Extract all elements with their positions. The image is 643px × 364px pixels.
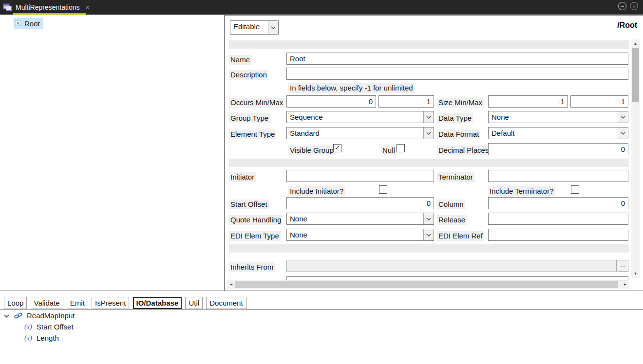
structure-tree-panel: Root [0,15,225,291]
chevron-down-icon[interactable] [423,111,434,123]
tab-emit[interactable]: Emit [67,297,88,309]
tree-node-length[interactable]: (x) Length [0,332,643,344]
unlimited-hint-text: In fields below, specify -1 for unlimite… [288,83,415,93]
chevron-down-icon[interactable] [618,111,628,123]
quote-handling-label: Quote Handling [229,215,283,225]
tree-node-readmapinput[interactable]: ReadMapInput [0,310,643,321]
release-label: Release [437,215,467,225]
tab-util[interactable]: Util [185,297,203,309]
include-initiator-checkbox[interactable] [379,185,387,194]
tab-loop[interactable]: Loop [4,297,27,309]
tree-node-start-offset[interactable]: (x) Start Offset [0,321,643,332]
element-type-select[interactable]: Standard [286,127,434,139]
tab-ispresent[interactable]: IsPresent [92,297,129,309]
node-label: Start Offset [37,323,74,331]
element-type-label: Element Type [229,129,276,139]
edi-elem-type-label: EDI Elem Type [229,231,281,241]
data-format-select[interactable]: Default [488,127,628,139]
maximize-icon: + [632,3,636,10]
tab-close-icon[interactable]: × [86,3,90,11]
include-terminator-label: Include Terminator? [488,186,555,196]
initiator-input[interactable] [286,170,434,182]
minimize-button[interactable]: − [618,2,626,10]
scroll-down-icon[interactable]: ▼ [631,270,640,278]
start-offset-input[interactable] [286,197,434,209]
maximize-button[interactable]: + [630,2,638,10]
null-checkbox[interactable] [397,144,405,152]
app-window: MultiRepresentations × − + Root Editable [0,0,643,364]
chevron-down-icon[interactable] [618,127,628,139]
size-max-input[interactable] [570,95,628,108]
name-input[interactable] [286,53,628,65]
terminator-label: Terminator [437,172,474,182]
horizontal-scrollbar-thumb[interactable] [235,281,618,288]
group-type-label: Group Type [229,113,270,123]
variable-icon: (x) [24,334,34,342]
column-label: Column [437,200,465,209]
chain-link-icon [14,312,22,319]
tab-io-database[interactable]: IO/Database [133,297,182,309]
size-min-input[interactable] [488,95,568,108]
column-input[interactable] [488,197,628,209]
tree-node-label: Root [24,19,40,28]
edi-elem-type-select[interactable]: None [286,229,434,241]
decimal-places-input[interactable] [488,143,628,155]
form-section-divider [229,40,629,49]
check-icon: ✓ [335,144,340,151]
occurs-max-input[interactable] [378,95,434,108]
description-input[interactable] [286,68,628,80]
chevron-down-icon[interactable] [423,127,434,139]
rule-tabbar: Loop Validate Emit IsPresent IO/Database… [0,297,643,309]
active-tab-underline [13,13,86,15]
chevron-down-icon[interactable] [423,229,434,240]
form-section-divider [229,244,629,253]
tree-node-root[interactable]: Root [14,18,43,29]
data-format-label: Data Format [437,129,480,139]
quote-handling-select[interactable]: None [286,213,434,225]
group-type-select[interactable]: Sequence [286,111,434,123]
clipped-next-input [286,276,628,280]
size-minmax-label: Size Min/Max [437,98,484,108]
root-node-icon [15,20,22,27]
visible-group-label: Visible Group [288,146,335,155]
vertical-scrollbar[interactable]: ▲ ▼ [631,39,640,278]
chevron-expanded-icon[interactable] [4,314,10,318]
data-type-label: Data Type [437,113,473,123]
scroll-left-icon[interactable]: ◄ [227,280,235,289]
node-label: ReadMapInput [27,311,75,320]
group-type-value: Sequence [287,111,423,123]
node-label: Length [37,334,59,342]
titlebar: MultiRepresentations × − + [0,0,643,15]
horizontal-scrollbar[interactable]: ◄ ► [227,280,629,289]
document-tab-title[interactable]: MultiRepresentations [16,3,80,11]
edit-mode-value: Editable [230,21,268,34]
include-terminator-checkbox[interactable] [571,185,579,194]
visible-group-checkbox[interactable]: ✓ [333,144,341,152]
chevron-down-icon[interactable] [423,213,434,224]
tab-document[interactable]: Document [206,297,246,309]
include-initiator-label: Include Initiator? [288,186,345,196]
release-input[interactable] [488,213,628,225]
edi-elem-ref-label: EDI Elem Ref [437,231,484,241]
scroll-up-icon[interactable]: ▲ [631,39,640,48]
minimize-icon: − [621,3,624,10]
node-path-label: /Root [617,21,637,30]
form-section-divider [229,159,629,167]
tab-validate[interactable]: Validate [31,297,63,309]
edi-elem-ref-input[interactable] [488,229,628,241]
data-type-select[interactable]: None [488,111,628,123]
app-icon [3,3,13,11]
chevron-down-icon[interactable] [268,21,278,34]
scroll-right-icon[interactable]: ► [621,280,629,289]
occurs-min-input[interactable] [286,95,376,108]
description-label: Description [229,70,268,80]
start-offset-label: Start Offset [229,200,269,209]
terminator-input[interactable] [488,170,628,182]
vertical-scrollbar-thumb[interactable] [632,48,639,102]
initiator-label: Initiator [229,172,256,182]
inherits-from-browse-button[interactable]: ... [618,260,628,272]
rule-tree: ReadMapInput (x) Start Offset (x) Length [0,310,643,344]
edit-mode-select[interactable]: Editable [230,20,279,35]
data-type-value: None [489,111,618,123]
decimal-places-label: Decimal Places [437,146,490,155]
